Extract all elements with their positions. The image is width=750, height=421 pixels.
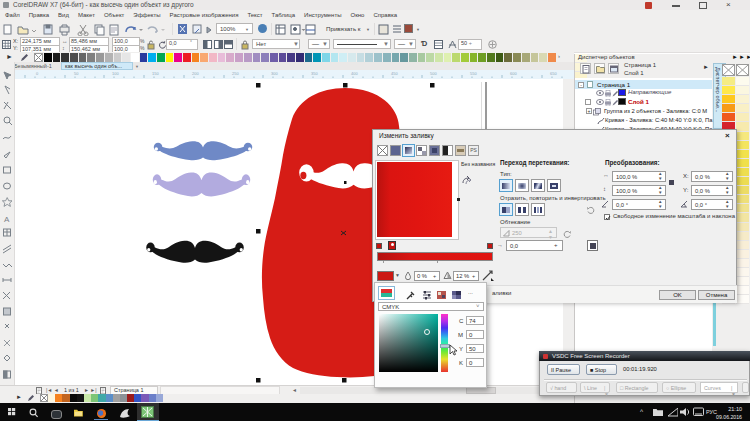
svg-text:250: 250 [232,71,239,76]
svg-text:500: 500 [430,71,437,76]
svg-text:600: 600 [510,71,517,76]
svg-text:100: 100 [112,71,119,76]
svg-text:0: 0 [36,71,39,76]
svg-text:450: 450 [391,71,398,76]
svg-text:650: 650 [550,71,557,76]
svg-text:A: A [4,215,10,224]
svg-text:350: 350 [311,71,318,76]
svg-text:150: 150 [152,71,159,76]
svg-text:550: 550 [470,71,477,76]
svg-text:200: 200 [192,71,199,76]
svg-text:50: 50 [74,71,79,76]
svg-text:300: 300 [271,71,278,76]
svg-text:400: 400 [351,71,358,76]
